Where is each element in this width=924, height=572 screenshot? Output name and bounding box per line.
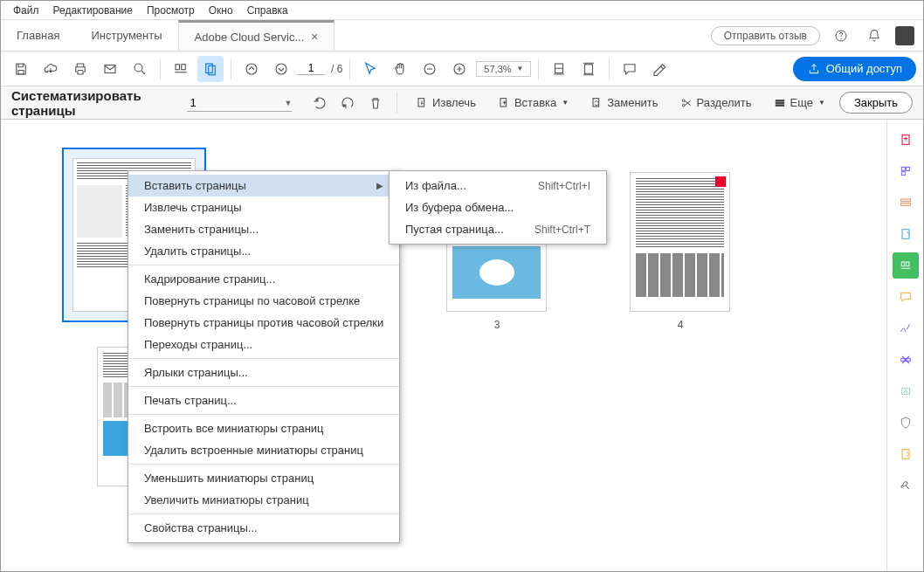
menu-page-labels[interactable]: Ярлыки страницы... <box>128 362 399 383</box>
menu-window[interactable]: Окно <box>203 3 238 18</box>
tab-document[interactable]: Adobe Cloud Servic... × <box>178 20 335 51</box>
comment-icon[interactable] <box>617 56 643 82</box>
save-icon[interactable] <box>8 56 34 82</box>
svg-rect-24 <box>906 167 909 170</box>
menu-replace-pages[interactable]: Заменить страницы... <box>128 218 399 240</box>
thumbnail-page-4[interactable] <box>630 172 730 312</box>
search-icon[interactable] <box>127 56 153 82</box>
avatar[interactable] <box>895 26 914 45</box>
svg-rect-28 <box>902 230 909 239</box>
svg-point-1 <box>841 38 842 39</box>
menu-reduce-thumbs[interactable]: Уменьшить миниатюры страниц <box>128 467 399 489</box>
svg-rect-4 <box>176 64 180 69</box>
menu-view[interactable]: Просмотр <box>141 3 200 18</box>
menu-crop-pages[interactable]: Кадрирование страниц... <box>128 268 399 290</box>
menu-extract-pages[interactable]: Извлечь страницы <box>128 196 399 218</box>
thumbnails-icon[interactable] <box>197 56 224 82</box>
menu-print-pages[interactable]: Печать страниц... <box>128 389 399 411</box>
context-menu: Вставить страницы▶ Из файла...Shift+Ctrl… <box>128 170 400 543</box>
rp-organize-icon[interactable] <box>893 252 919 279</box>
rp-more-tools-icon[interactable] <box>893 472 919 499</box>
menu-file[interactable]: Файл <box>8 3 45 18</box>
menu-delete-pages[interactable]: Удалить страницы... <box>128 240 399 262</box>
svg-rect-13 <box>585 64 593 73</box>
bell-icon[interactable] <box>862 24 886 48</box>
organize-toolbar: Систематизировать страницы ▼ Извлечь Вст… <box>1 86 923 120</box>
menu-help[interactable]: Справка <box>242 3 293 18</box>
svg-rect-32 <box>901 389 909 395</box>
zoom-out-icon[interactable] <box>417 56 443 82</box>
svg-point-18 <box>682 104 685 107</box>
page-canvas[interactable]: 3 4 Вставить страницы▶ Из файла...Shift+… <box>1 120 886 571</box>
rp-export-icon[interactable] <box>893 190 919 216</box>
tab-home[interactable]: Главная <box>1 20 75 51</box>
menu-rotate-ccw[interactable]: Повернуть страницы против часовой стрелк… <box>128 312 399 334</box>
fit-page-icon[interactable] <box>576 56 602 82</box>
svg-rect-30 <box>906 262 908 266</box>
menu-page-properties[interactable]: Свойства страницы... <box>128 517 399 539</box>
submenu-blank-page[interactable]: Пустая страница...Shift+Ctrl+T <box>390 218 606 240</box>
submenu-from-clipboard[interactable]: Из буфера обмена... <box>390 196 606 218</box>
svg-rect-5 <box>182 64 186 69</box>
menu-insert-pages[interactable]: Вставить страницы▶ Из файла...Shift+Ctrl… <box>128 175 399 196</box>
svg-point-33 <box>904 390 907 393</box>
menu-remove-embedded[interactable]: Удалить встроенные миниатюры страниц <box>128 439 399 461</box>
close-icon[interactable]: × <box>311 30 318 44</box>
zoom-in-icon[interactable] <box>446 56 472 82</box>
page-range-select[interactable] <box>187 94 292 112</box>
tab-label: Adobe Cloud Servic... <box>195 31 305 44</box>
page-down-icon[interactable] <box>268 56 294 82</box>
extract-button[interactable]: Извлечь <box>408 93 483 114</box>
svg-rect-25 <box>901 172 905 176</box>
toolbar: / 6 57,3%▼ Общий доступ <box>1 52 923 86</box>
svg-point-3 <box>134 64 142 72</box>
svg-rect-6 <box>206 64 213 73</box>
svg-rect-21 <box>776 105 783 106</box>
rp-sign-icon[interactable] <box>893 315 919 341</box>
svg-rect-29 <box>901 262 904 266</box>
menu-rotate-cw[interactable]: Повернуть страницы по часовой стрелке <box>128 290 399 312</box>
print-icon[interactable] <box>67 56 93 82</box>
highlight-icon[interactable] <box>646 56 672 82</box>
submenu-from-file[interactable]: Из файла...Shift+Ctrl+I <box>390 175 606 196</box>
rp-compress-icon[interactable] <box>893 441 919 467</box>
tab-tools[interactable]: Инструменты <box>75 20 177 51</box>
insert-dropdown[interactable]: Вставка▼ <box>490 93 576 114</box>
svg-rect-2 <box>105 65 115 72</box>
page-number-input[interactable] <box>298 62 324 75</box>
more-dropdown[interactable]: Еще▼ <box>766 93 832 114</box>
hand-tool-icon[interactable] <box>387 56 413 82</box>
submenu-insert: Из файла...Shift+Ctrl+I Из буфера обмена… <box>389 170 607 245</box>
rp-fill-sign-icon[interactable] <box>893 284 919 310</box>
page-up-icon[interactable] <box>238 56 265 82</box>
svg-rect-27 <box>900 203 910 206</box>
fit-width-icon[interactable] <box>546 56 572 82</box>
mail-icon[interactable] <box>97 56 123 82</box>
zoom-dropdown[interactable]: 57,3%▼ <box>476 61 531 77</box>
help-icon[interactable] <box>829 24 853 48</box>
split-button[interactable]: Разделить <box>672 93 759 114</box>
feedback-button[interactable]: Отправить отзыв <box>711 26 820 45</box>
menu-transitions[interactable]: Переходы страниц... <box>128 334 399 355</box>
close-button[interactable]: Закрыть <box>839 92 913 114</box>
rp-comment-icon[interactable] <box>893 221 919 247</box>
menu-edit[interactable]: Редактирование <box>48 3 138 18</box>
menu-embed-thumbs[interactable]: Встроить все миниатюры страниц <box>128 417 399 439</box>
menu-enlarge-thumbs[interactable]: Увеличить миниатюры страниц <box>128 489 399 511</box>
rotate-right-icon[interactable] <box>337 90 358 116</box>
rp-redact-icon[interactable] <box>893 347 919 373</box>
cloud-icon[interactable] <box>38 56 64 82</box>
right-panel <box>886 120 923 571</box>
rotate-left-icon[interactable] <box>309 90 330 116</box>
rp-edit-pdf-icon[interactable] <box>893 158 919 184</box>
rp-create-pdf-icon[interactable] <box>893 127 919 153</box>
rp-protect-icon[interactable] <box>893 378 919 404</box>
svg-rect-19 <box>776 100 783 100</box>
rp-shield-icon[interactable] <box>893 410 919 436</box>
svg-rect-20 <box>776 102 783 103</box>
organize-icon[interactable] <box>168 56 194 82</box>
replace-button[interactable]: Заменить <box>583 93 665 114</box>
select-tool-icon[interactable] <box>357 56 383 82</box>
share-button[interactable]: Общий доступ <box>793 57 916 81</box>
delete-icon[interactable] <box>365 90 386 116</box>
